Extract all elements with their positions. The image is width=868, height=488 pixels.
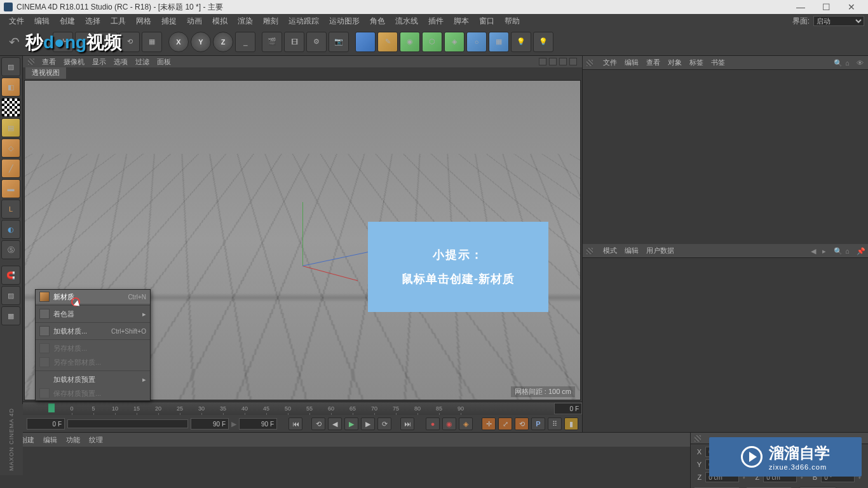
- undo-button[interactable]: ↶: [4, 32, 24, 52]
- frame-start[interactable]: 0 F: [27, 418, 65, 430]
- ctx-new-material[interactable]: 新材质 Ctrl+N: [36, 290, 150, 304]
- prev-frame[interactable]: ◀: [328, 417, 342, 430]
- om-edit[interactable]: 编辑: [625, 58, 639, 67]
- menu-render[interactable]: 渲染: [233, 16, 258, 27]
- light[interactable]: 💡: [511, 32, 531, 52]
- timeline-slider[interactable]: [67, 419, 188, 428]
- move-tool[interactable]: ↔: [75, 32, 95, 52]
- menu-pipeline[interactable]: 流水线: [390, 16, 423, 27]
- menu-edit[interactable]: 编辑: [29, 16, 55, 27]
- menu-help[interactable]: 帮助: [499, 16, 525, 27]
- z-axis-lock[interactable]: Z: [213, 32, 233, 52]
- menu-anim[interactable]: 动画: [182, 16, 207, 27]
- pin-icon[interactable]: 📌: [857, 247, 864, 255]
- workplane-mode[interactable]: ▤: [1, 118, 20, 137]
- vp-camera[interactable]: 摄像机: [64, 57, 85, 67]
- am-edit[interactable]: 编辑: [625, 246, 639, 255]
- light2[interactable]: 💡: [533, 32, 553, 52]
- menu-mograph[interactable]: 运动图形: [324, 16, 365, 27]
- menu-window[interactable]: 窗口: [474, 16, 499, 27]
- menu-create[interactable]: 创建: [55, 16, 80, 27]
- rot-key[interactable]: ⟲: [515, 417, 529, 430]
- menu-plugins[interactable]: 插件: [423, 16, 449, 27]
- ctx-shader[interactable]: 着色器 ▸: [36, 307, 150, 321]
- layout-select[interactable]: 启动: [813, 16, 864, 26]
- frame-cur1[interactable]: 90 F: [191, 418, 229, 430]
- goto-start[interactable]: ⏮: [288, 417, 302, 430]
- maximize-button[interactable]: ☐: [813, 2, 839, 12]
- array-generator[interactable]: ⬡: [422, 32, 442, 52]
- spline-pen[interactable]: ✎: [377, 32, 398, 52]
- search-icon2[interactable]: 🔍: [834, 247, 841, 255]
- am-mode[interactable]: 模式: [603, 246, 617, 255]
- minimize-button[interactable]: —: [788, 2, 813, 12]
- record-button[interactable]: ●: [426, 417, 440, 430]
- pos-key[interactable]: ✛: [482, 417, 496, 430]
- ctx-load-preset[interactable]: 加载材质预置 ▸: [36, 372, 150, 386]
- attribute-manager-body[interactable]: [583, 258, 868, 432]
- menu-track[interactable]: 运动跟踪: [283, 16, 324, 27]
- timeline-ruler[interactable]: 0 5 10 15 20 25 30 35 40 45 50 55 60 65 …: [23, 402, 582, 415]
- om-file[interactable]: 文件: [603, 58, 617, 67]
- menu-sculpt[interactable]: 雕刻: [258, 16, 283, 27]
- frame-cur2[interactable]: 90 F: [239, 418, 277, 430]
- playhead-icon[interactable]: [48, 403, 55, 412]
- om-tags[interactable]: 标签: [689, 58, 703, 67]
- picture-viewer[interactable]: 📷: [329, 32, 349, 52]
- render-region[interactable]: 🎞: [284, 32, 304, 52]
- menu-tools[interactable]: 工具: [105, 16, 131, 27]
- material-manager[interactable]: 创建 编辑 功能 纹理: [0, 432, 690, 488]
- redo-button[interactable]: ↷: [26, 32, 46, 52]
- om-bookmarks[interactable]: 书签: [711, 58, 725, 67]
- param-key[interactable]: P: [531, 417, 545, 430]
- key-opts[interactable]: ⠿: [548, 417, 562, 430]
- menu-char[interactable]: 角色: [365, 16, 390, 27]
- texture-mode[interactable]: [1, 98, 20, 117]
- viewport-tab[interactable]: 透视视图: [25, 67, 66, 79]
- mat-func[interactable]: 功能: [66, 435, 80, 445]
- vp-nav2-icon[interactable]: [549, 58, 557, 65]
- poly-mode[interactable]: ▬: [1, 179, 20, 198]
- om-view[interactable]: 查看: [646, 58, 660, 67]
- goto-end[interactable]: ⏭: [400, 417, 414, 430]
- prev-icon[interactable]: ◀: [811, 247, 818, 255]
- axis-mode[interactable]: L: [1, 200, 20, 219]
- eye-icon[interactable]: 👁: [857, 59, 864, 67]
- mat-edit[interactable]: 编辑: [43, 435, 57, 445]
- key-opts2[interactable]: ▮: [564, 417, 578, 430]
- rotate-tool[interactable]: ⟲: [119, 32, 140, 52]
- cube-primitive[interactable]: [355, 32, 376, 52]
- prev-key[interactable]: ⟲: [311, 417, 325, 430]
- nurbs-generator[interactable]: ◉: [400, 32, 420, 52]
- vp-nav4-icon[interactable]: [569, 58, 577, 65]
- menu-select[interactable]: 选择: [80, 16, 105, 27]
- make-editable[interactable]: ▨: [1, 57, 20, 76]
- play-button[interactable]: ▶: [344, 417, 358, 430]
- workplane-2[interactable]: ▩: [1, 306, 20, 325]
- camera[interactable]: ▦: [489, 32, 509, 52]
- ctx-load-material[interactable]: 加载材质... Ctrl+Shift+O: [36, 324, 150, 338]
- menu-mesh[interactable]: 网格: [131, 16, 156, 27]
- scale-key[interactable]: ⤢: [498, 417, 512, 430]
- render-view[interactable]: 🎬: [262, 32, 282, 52]
- menu-file[interactable]: 文件: [4, 16, 29, 27]
- vp-nav3-icon[interactable]: [559, 58, 567, 65]
- snap-toggle[interactable]: Ⓢ: [1, 240, 20, 259]
- vp-view[interactable]: 查看: [42, 57, 56, 67]
- object-manager-body[interactable]: [583, 70, 868, 244]
- search-icon[interactable]: 🔍: [834, 59, 841, 67]
- frame-end-display[interactable]: 0 F: [554, 403, 582, 414]
- coord-system[interactable]: ⎯: [235, 32, 255, 52]
- home-icon[interactable]: ⌂: [845, 59, 853, 67]
- magnet[interactable]: 🧲: [1, 266, 20, 285]
- am-userdata[interactable]: 用户数据: [646, 246, 674, 255]
- point-mode[interactable]: ◇: [1, 139, 20, 158]
- last-tool[interactable]: ▦: [142, 32, 162, 52]
- nav-icon[interactable]: ▸: [822, 247, 830, 255]
- vp-nav1-icon[interactable]: [539, 58, 546, 65]
- mat-tex[interactable]: 纹理: [89, 435, 103, 445]
- deformer[interactable]: ◈: [444, 32, 465, 52]
- menu-sim[interactable]: 模拟: [207, 16, 233, 27]
- vp-filter[interactable]: 过滤: [135, 57, 149, 67]
- select-tool[interactable]: ✛: [53, 32, 73, 52]
